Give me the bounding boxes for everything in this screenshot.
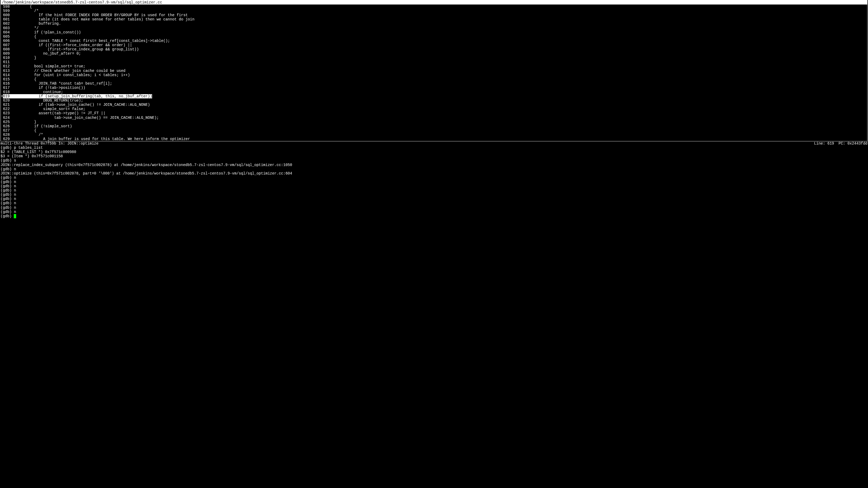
code-text: continue; [10,90,63,94]
current-line-marker [1,60,3,64]
current-line-marker [1,133,3,137]
code-text: */ [10,26,39,30]
code-line: 628 /* [1,133,867,137]
line-number: 599 [3,9,9,13]
code-text: } [10,120,37,124]
code-line: 601 table (it does not make sense for ot… [1,17,867,22]
line-number: 624 [3,116,9,120]
current-line-marker [1,17,3,22]
line-number: 610 [3,56,9,60]
code-line: 620 DBUG_RETURN(true); [1,98,867,103]
current-line-marker [1,22,3,26]
code-line: 625 } [1,120,867,124]
cursor [14,214,16,218]
code-line: 614 for (uint i= const_tables; i < table… [1,73,867,77]
line-number: 616 [3,81,9,86]
console-line: $3 = (Item *) 0x7f571c001158 [1,154,867,158]
code-text: if (!simple_sort) [10,124,72,128]
current-line-marker [1,30,3,34]
line-number: 602 [3,22,9,26]
code-text: /* [10,133,43,137]
current-line-marker [1,43,3,47]
code-line: 616 JOIN_TAB *const tab= best_ref[i]; [1,81,867,86]
line-number: 600 [3,13,9,17]
console-line: (gdb) n [1,176,867,180]
current-line-marker [1,9,3,13]
line-number: 601 [3,17,9,22]
code-line: 605 { [1,34,867,39]
console-line: $2 = (TABLE_LIST *) 0x7f571c000980 [1,150,867,154]
code-text: // Check whether join cache could be use… [10,69,126,73]
code-text: simple_sort= false; [10,107,86,111]
console-line: (gdb) n [1,167,867,171]
console-line: (gdb) n [1,205,867,210]
code-line: 612 bool simple_sort= true; [1,64,867,68]
console-line: (gdb) n [1,188,867,193]
line-number: 617 [3,86,9,90]
code-text: (first->force_index_group && group_list)… [10,47,139,52]
code-line: 617 if (!tab->position()) [1,86,867,90]
code-line: 599 /* [1,9,867,13]
current-line-marker [1,26,3,30]
current-line-marker [1,73,3,77]
line-number: 615 [3,77,9,81]
current-line-marker [1,120,3,124]
code-text: } [10,56,37,60]
code-line: 618 continue; [1,90,867,94]
code-line: 623 assert(tab->type() != JT_FT || [1,111,867,115]
code-text: DBUG_RETURN(true); [10,98,83,103]
code-text: assert(tab->type() != JT_FT || [10,111,105,115]
code-text: if (setup_join_buffering(tab, this, no_j… [10,94,152,98]
current-line-marker [1,64,3,68]
line-number: 627 [3,128,9,133]
line-number: 603 [3,26,9,30]
code-line: 624 tab->use_join_cache() == JOIN_CACHE:… [1,116,867,120]
console-line: JOIN::replace_index_subquery (this=0x7f5… [1,163,867,167]
code-line: 604 if (!plan_is_const()) [1,30,867,34]
line-number: 605 [3,34,9,39]
gdb-console[interactable]: (gdb) p tables_list$2 = (TABLE_LIST *) 0… [0,146,868,218]
line-number: 598 [3,4,9,9]
current-line-marker [1,81,3,86]
code-text: if (!tab->position()) [10,86,86,90]
code-line: 613 // Check whether join cache could be… [1,69,867,73]
current-line-marker [1,116,3,120]
current-line-marker [1,124,3,128]
line-number: 612 [3,64,9,68]
code-line: 626 if (!simple_sort) [1,124,867,128]
code-line: 607 if ((first->force_index_order && ord… [1,43,867,47]
code-line: 603 */ [1,26,867,30]
code-text: if (!plan_is_const()) [10,30,81,34]
current-line-marker [1,47,3,52]
line-number: 607 [3,43,9,47]
gdb-prompt-line[interactable]: (gdb) [1,214,867,218]
code-text: { [10,4,32,9]
line-number: 620 [3,98,9,103]
source-file-path: /home/jenkins/workspace/stonedb5.7-zsl-c… [1,0,867,4]
code-line: 609 no_jbuf_after= 0; [1,52,867,56]
code-line: 598 { [1,4,867,9]
current-line-marker [1,128,3,133]
code-text: if (tab->use_join_cache() != JOIN_CACHE:… [10,103,150,107]
code-line: 610 } [1,56,867,60]
line-number: 625 [3,120,9,124]
line-number: 611 [3,60,9,64]
code-text: for (uint i= const_tables; i < tables; i… [10,73,130,77]
current-line-marker [1,77,3,81]
console-line: JOIN::optimize (this=0x7f571c002078, par… [1,171,867,176]
code-line: 606 const TABLE * const first= best_ref[… [1,39,867,43]
code-text: /* [10,9,39,13]
code-text: table (it does not make sense for other … [10,17,194,22]
console-line: (gdb) n [1,180,867,184]
source-code-body[interactable]: 598 { 599 /* 600 If the hint FORCE INDEX… [1,4,867,141]
code-line: 602 buffering. [1,22,867,26]
current-line-marker: > [1,94,3,98]
code-line: 611 [1,60,867,64]
current-line-marker [1,34,3,39]
code-line: 621 if (tab->use_join_cache() != JOIN_CA… [1,103,867,107]
current-line-marker [1,13,3,17]
line-number: 621 [3,103,9,107]
current-line-marker [1,90,3,94]
console-line: (gdb) n [1,193,867,197]
source-window: /home/jenkins/workspace/stonedb5.7-zsl-c… [1,0,867,141]
